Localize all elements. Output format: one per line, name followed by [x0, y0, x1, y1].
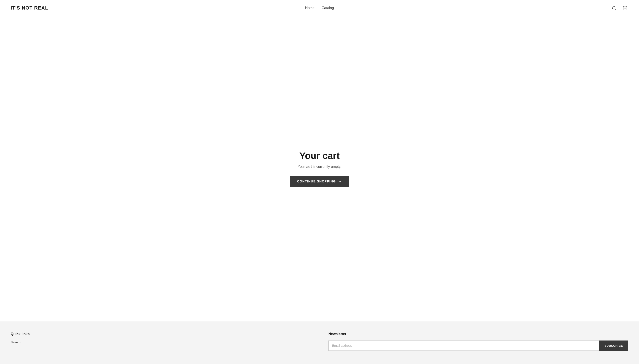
- main-nav: Home Catalog: [305, 6, 334, 10]
- cart-title: Your cart: [290, 150, 349, 161]
- site-footer: Quick links Search Newsletter SUBSCRIBE: [0, 322, 639, 364]
- nav-home[interactable]: Home: [305, 6, 314, 10]
- svg-point-0: [612, 6, 615, 9]
- footer-inner: Quick links Search Newsletter SUBSCRIBE: [11, 332, 628, 351]
- nav-catalog[interactable]: Catalog: [322, 6, 334, 10]
- svg-line-1: [615, 9, 616, 10]
- search-icon: [611, 6, 616, 10]
- newsletter-col: Newsletter SUBSCRIBE: [328, 332, 628, 351]
- subscribe-button[interactable]: SUBSCRIBE: [599, 340, 628, 351]
- main-content: Your cart Your cart is currently empty. …: [0, 16, 639, 322]
- continue-shopping-button[interactable]: CONTINUE SHOPPING →: [290, 176, 349, 187]
- quick-links-col: Quick links Search: [11, 332, 311, 351]
- newsletter-form: SUBSCRIBE: [328, 340, 628, 351]
- footer-link-search[interactable]: Search: [11, 340, 311, 344]
- cart-section: Your cart Your cart is currently empty. …: [285, 137, 354, 200]
- site-header: IT'S NOT REAL Home Catalog: [0, 0, 639, 16]
- email-input[interactable]: [328, 340, 599, 351]
- search-button[interactable]: [610, 5, 617, 11]
- site-logo[interactable]: IT'S NOT REAL: [11, 5, 48, 11]
- arrow-right-icon: →: [338, 179, 342, 183]
- cart-button[interactable]: [622, 5, 628, 11]
- quick-links-heading: Quick links: [11, 332, 311, 336]
- continue-shopping-label: CONTINUE SHOPPING: [297, 180, 336, 183]
- header-icons: [610, 5, 628, 11]
- newsletter-heading: Newsletter: [328, 332, 628, 336]
- cart-icon: [622, 6, 627, 10]
- cart-empty-message: Your cart is currently empty.: [290, 165, 349, 169]
